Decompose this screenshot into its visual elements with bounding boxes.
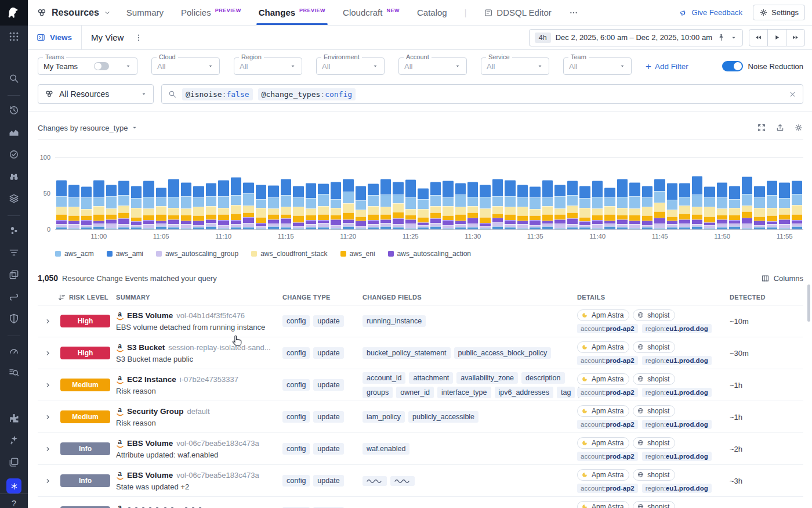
chart-bar[interactable] [567,181,578,229]
changed-field-token[interactable]: iam_policy [362,411,405,423]
chart-bar[interactable] [318,183,328,229]
service-pill[interactable]: Apm Astra [577,501,629,508]
chart-bar[interactable] [604,188,615,230]
kebab-menu-icon[interactable] [134,33,143,42]
detail-attr-token[interactable]: region:eu1.prod.dog [642,356,712,365]
filter-environment[interactable]: Environment All [316,57,385,75]
changed-field-token[interactable]: bucket_policy_statement [362,347,451,359]
changed-field-token[interactable]: public_access_block_policy [454,347,552,359]
filter-account[interactable]: Account All [398,57,467,75]
views-button[interactable]: Views [36,33,81,42]
copy-icon[interactable] [8,456,20,470]
change-type-token[interactable]: config [282,443,310,455]
tab-ddsql-editor[interactable]: DDSQL Editor [484,0,551,25]
detail-attr-token[interactable]: region:eu1.prod.dog [642,484,712,493]
chart-bar[interactable] [729,186,740,229]
teams-toggle[interactable] [94,62,109,70]
time-range-picker[interactable]: 4h Dec 2, 2025, 6:00 am – Dec 2, 2025, 1… [529,29,743,46]
binoculars-icon[interactable] [8,171,20,185]
chart-bar[interactable] [792,181,802,229]
search-icon[interactable] [8,73,20,87]
filter-service[interactable]: Service All [481,57,549,75]
chart-bar[interactable] [356,186,366,229]
team-pill[interactable]: shopist [633,373,675,385]
sparkles-icon[interactable] [8,434,20,448]
legend-item[interactable]: aws_eni [340,250,375,258]
column-header-detected[interactable]: DETECTED [730,294,803,301]
row-expand-button[interactable] [38,350,57,357]
summary-cell[interactable]: aEBS Volumevol-04b1d4f3f5fc476EBS volume… [116,311,282,332]
summary-cell[interactable]: a [116,504,282,508]
table-row[interactable]: InfoaEBS Volumevol-06c7bea5e183c473aAttr… [38,433,803,465]
chart-bar[interactable] [617,179,628,230]
chart-bar[interactable] [455,183,466,229]
service-pill[interactable]: Apm Astra [577,437,629,449]
metrics-icon[interactable] [8,127,20,140]
legend-item[interactable]: aws_autoscaling_action [388,250,471,258]
team-pill[interactable]: shopist [633,341,675,353]
search-query-token[interactable]: @change_types:config [258,88,356,100]
detail-attr-token[interactable]: account:prod-ap2 [577,388,638,397]
chart-bar[interactable] [654,179,665,230]
chart-bar[interactable] [692,176,702,230]
noise-reduction-toggle[interactable] [722,61,743,71]
search-input[interactable]: @isnoise:false@change_types:config [161,84,803,104]
chart-bar[interactable] [168,179,179,230]
change-type-token[interactable]: config [282,347,310,359]
sort-desc-icon[interactable] [57,293,66,302]
change-type-token[interactable]: config [282,411,310,423]
team-pill[interactable]: shopist [633,309,675,321]
summary-cell[interactable]: aEBS Volumevol-06c7bea5e183c473aState wa… [116,470,282,491]
service-pill[interactable]: Apm Astra [577,405,629,417]
chart-bar[interactable] [579,186,590,229]
changed-field-token[interactable]: description [521,372,564,384]
table-row[interactable]: InfoaconfigupdateApm Astrashopistaccount… [38,497,803,508]
team-pill[interactable]: shopist [633,469,675,481]
windows-icon[interactable] [8,269,20,283]
chart-bar[interactable] [443,181,453,229]
changed-field-token[interactable]: availability_zone [456,372,518,384]
cluster-icon[interactable] [8,225,20,239]
datadog-logo[interactable] [0,0,28,26]
change-type-token[interactable]: update [313,411,343,423]
service-pill[interactable]: Apm Astra [577,341,629,353]
tab-policies[interactable]: PoliciesPREVIEW [181,0,241,25]
apm-link-icon[interactable] [8,291,20,305]
chart-bar[interactable] [281,179,291,230]
chart-bar[interactable] [717,182,727,229]
tab-catalog[interactable]: Catalog [417,0,447,25]
changed-field-token[interactable]: interface_type [437,387,491,398]
chart-bar[interactable] [206,183,216,229]
summary-cell[interactable]: aEC2 Instancei-07b2e47353337Risk reason [116,374,282,395]
export-icon[interactable] [775,123,785,132]
summary-cell[interactable]: aS3 Bucketsession-replay-isolated-sand..… [116,343,282,363]
chart-bar[interactable] [380,179,391,230]
filter-region[interactable]: Region All [234,57,302,75]
chart-bar[interactable] [143,181,154,229]
chart-bar[interactable] [343,179,353,230]
filter-cloud[interactable]: Cloud All [151,57,220,75]
chart-title-dropdown[interactable]: Changes by resource_type [38,124,138,132]
change-type-token[interactable]: update [313,347,343,359]
legend-item[interactable]: aws_cloudfront_stack [251,250,327,258]
column-header-change-type[interactable]: CHANGE TYPE [282,294,362,301]
table-row[interactable]: HighaEBS Volumevol-04b1d4f3f5fc476EBS vo… [38,305,803,337]
chart-bar[interactable] [679,183,690,229]
chart-bar[interactable] [231,177,241,229]
chart-bars[interactable] [55,158,803,229]
resource-scope-select[interactable]: All Resources [38,84,154,104]
chart-bar[interactable] [106,185,117,230]
play-button[interactable] [767,29,786,46]
team-pill[interactable]: shopist [633,437,675,449]
detail-attr-token[interactable]: region:eu1.prod.dog [642,452,712,461]
log-search-icon[interactable] [8,367,20,381]
chart-bar[interactable] [368,183,378,229]
legend-item[interactable]: aws_autoscaling_group [156,250,238,258]
table-row[interactable]: MediumaEC2 Instancei-07b2e47353337Risk r… [38,369,803,401]
redacted-field-token[interactable] [390,476,415,486]
changed-field-token[interactable]: owner_id [396,387,434,398]
chart-bar[interactable] [218,180,229,229]
table-row[interactable]: HighaS3 Bucketsession-replay-isolated-sa… [38,337,803,369]
row-expand-button[interactable] [38,413,57,421]
change-type-token[interactable]: config [282,475,310,487]
